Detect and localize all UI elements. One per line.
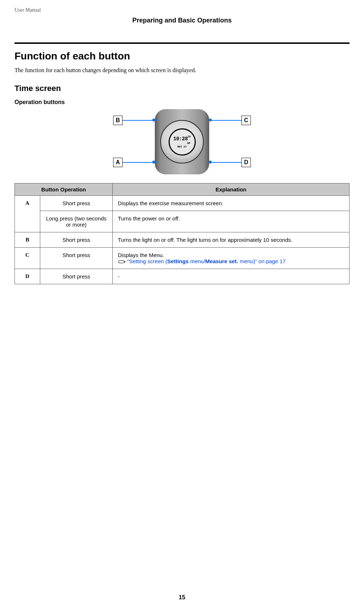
- subsection-heading: Time screen: [15, 84, 349, 93]
- watch-ampm: AM: [187, 142, 190, 145]
- button-id-d: D: [15, 269, 40, 284]
- page-number: 15: [0, 594, 364, 601]
- watch-date: MAY 27: [177, 145, 186, 148]
- action-cell: Short press: [40, 196, 113, 211]
- button-id-c: C: [15, 248, 40, 269]
- table-row: A Short press Displays the exercise meas…: [15, 196, 349, 211]
- callout-line: [123, 120, 154, 121]
- table-row: B Short press Turns the light on or off.…: [15, 232, 349, 248]
- table-row: Long press (two seconds or more) Turns t…: [15, 211, 349, 232]
- callout-c: C: [241, 116, 251, 125]
- col-explanation: Explanation: [113, 183, 349, 196]
- callout-a: A: [113, 158, 123, 167]
- button-diagram: B C A D 10:2839 AM MAY 27: [15, 109, 349, 174]
- pointing-hand-icon: [118, 259, 126, 264]
- subsub-heading: Operation buttons: [15, 99, 349, 106]
- watch-seconds: 39: [188, 136, 191, 138]
- button-id-a: A: [15, 196, 40, 232]
- explanation-cell: Turns the light on or off. The light tur…: [113, 232, 349, 248]
- callout-line: [210, 162, 241, 163]
- cross-reference-link[interactable]: “Setting screen (Settings menu/Measure s…: [127, 258, 286, 264]
- watch-time: 10:28: [173, 136, 188, 142]
- action-cell: Long press (two seconds or more): [40, 211, 113, 232]
- explanation-cell: -: [113, 269, 349, 284]
- table-row: C Short press Displays the Menu. “Settin…: [15, 248, 349, 269]
- callout-dot: [209, 161, 212, 164]
- explanation-line1: Displays the Menu.: [118, 252, 164, 258]
- button-id-b: B: [15, 232, 40, 248]
- col-operation: Button Operation: [15, 183, 113, 196]
- section-heading: Function of each button: [15, 50, 349, 62]
- callout-d: D: [241, 158, 251, 167]
- callout-line: [210, 120, 241, 121]
- table-row: D Short press -: [15, 269, 349, 284]
- intro-paragraph: The function for each button changes dep…: [15, 67, 349, 74]
- explanation-cell: Displays the Menu. “Setting screen (Sett…: [113, 248, 349, 269]
- doc-type-label: User Manual: [15, 7, 349, 13]
- callout-dot: [209, 119, 212, 121]
- watch-illustration: 10:2839 AM MAY 27: [155, 109, 209, 174]
- explanation-cell: Turns the power on or off.: [113, 211, 349, 232]
- button-operations-table: Button Operation Explanation A Short pre…: [15, 183, 349, 284]
- action-cell: Short press: [40, 232, 113, 248]
- action-cell: Short press: [40, 248, 113, 269]
- callout-line: [123, 162, 154, 163]
- callout-b: B: [113, 116, 123, 125]
- explanation-cell: Displays the exercise measurement screen…: [113, 196, 349, 211]
- action-cell: Short press: [40, 269, 113, 284]
- divider: [15, 42, 349, 44]
- chapter-title: Preparing and Basic Operations: [15, 17, 349, 24]
